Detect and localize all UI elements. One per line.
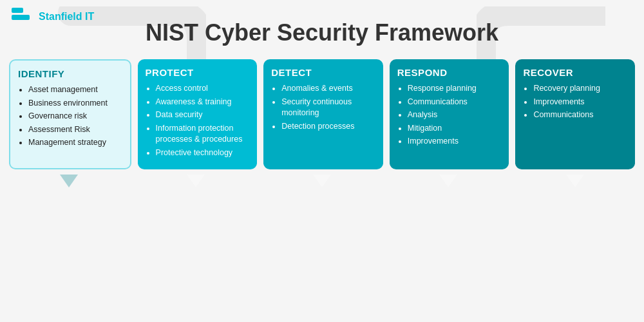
list-item: Protective technology (156, 147, 250, 159)
arrow-cell-2 (135, 173, 255, 189)
card-protect: PROTECT Access control Awareness & train… (138, 59, 258, 169)
card-recover-list: Recovery planning Improvements Communica… (523, 83, 627, 121)
card-respond: RESPOND Response planning Communications… (390, 59, 509, 169)
logo-bar-top (12, 8, 23, 13)
logo: Stanfield IT (12, 8, 94, 26)
svg-marker-6 (566, 175, 584, 187)
list-item: Governance risk (28, 111, 122, 122)
list-item: Information protection processes & proce… (156, 123, 250, 146)
list-item: Communications (533, 109, 627, 121)
svg-marker-5 (439, 175, 457, 187)
list-item: Anomalies & events (281, 83, 375, 95)
svg-marker-2 (60, 175, 78, 187)
card-identify-title: IDENTIFY (18, 68, 122, 79)
arrow-cell-1 (9, 173, 129, 189)
svg-marker-3 (187, 175, 205, 187)
card-respond-title: RESPOND (397, 67, 502, 78)
down-arrow-icon-1 (57, 173, 80, 189)
list-item: Communications (408, 97, 502, 108)
card-protect-list: Access control Awareness & training Data… (146, 83, 250, 158)
down-arrow-icon-5 (564, 173, 587, 189)
list-item: Access control (156, 83, 250, 95)
list-item: Business environment (28, 98, 122, 109)
card-recover-title: RECOVER (523, 67, 627, 78)
arrow-cell-3 (262, 173, 382, 189)
svg-marker-4 (313, 175, 331, 187)
list-item: Asset management (28, 84, 122, 96)
page-title: NIST Cyber Security Framework (0, 0, 644, 59)
list-item: Recovery planning (533, 83, 627, 95)
down-arrow-icon-4 (437, 173, 460, 189)
down-arrow-icon-2 (184, 173, 207, 189)
cards-row: IDENTIFY Asset management Business envir… (0, 59, 644, 169)
list-item: Awareness & training (156, 97, 250, 108)
arrow-cell-4 (388, 173, 508, 189)
arrow-cell-5 (515, 173, 635, 189)
logo-icon (12, 8, 35, 26)
list-item: Detection processes (281, 121, 375, 133)
list-item: Improvements (533, 97, 627, 108)
list-item: Security continuous monitoring (281, 97, 375, 119)
list-item: Data security (156, 109, 250, 121)
card-identify: IDENTIFY Asset management Business envir… (9, 59, 131, 169)
down-arrow-icon-3 (310, 173, 334, 189)
arrow-row (0, 173, 644, 189)
list-item: Improvements (408, 136, 502, 147)
list-item: Analysis (408, 109, 502, 121)
list-item: Mitigation (408, 123, 502, 135)
card-detect-title: DETECT (271, 67, 375, 78)
card-respond-list: Response planning Communications Analysi… (397, 83, 502, 147)
logo-bar-bottom (12, 15, 30, 20)
list-item: Assessment Risk (28, 124, 122, 136)
card-protect-title: PROTECT (146, 67, 250, 78)
list-item: Management strategy (28, 137, 122, 149)
card-detect: DETECT Anomalies & events Security conti… (263, 59, 383, 169)
header-section: NIST Cyber Security Framework (0, 0, 644, 59)
list-item: Response planning (408, 83, 502, 95)
card-detect-list: Anomalies & events Security continuous m… (271, 83, 375, 132)
logo-text: Stanfield IT (39, 11, 94, 23)
card-identify-list: Asset management Business environment Go… (18, 84, 122, 149)
card-recover: RECOVER Recovery planning Improvements C… (515, 59, 635, 169)
